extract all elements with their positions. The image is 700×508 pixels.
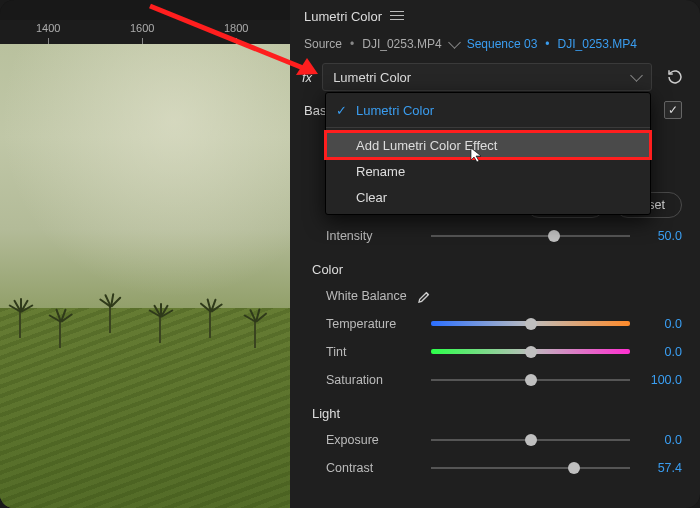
subsection-color[interactable]: Color [304,256,682,282]
reset-effect-button[interactable] [662,64,688,90]
bullet-icon: • [350,37,354,51]
app-root: 1400 1600 1800 Lumetri Color Source • DJ… [0,0,700,508]
source-row: Source • DJI_0253.MP4 Sequence 03 • DJI_… [290,32,700,56]
menu-item-add-lumetri[interactable]: Add Lumetri Color Effect [326,132,650,158]
eyedropper-icon[interactable] [417,288,433,304]
saturation-slider[interactable] [431,371,630,389]
temperature-label: Temperature [326,317,421,331]
menu-separator [326,127,650,128]
effect-select[interactable]: Lumetri Color [322,63,652,91]
saturation-row: Saturation 100.0 [304,366,682,394]
exposure-row: Exposure 0.0 [304,426,682,454]
effect-select-row: fx Lumetri Color [290,62,700,92]
contrast-slider[interactable] [431,459,630,477]
menu-item-rename[interactable]: Rename [326,158,650,184]
exposure-slider[interactable] [431,431,630,449]
svg-line-0 [150,6,308,70]
menu-item-lumetri-color[interactable]: Lumetri Color [326,97,650,123]
intensity-row: Intensity 50.0 [304,222,682,250]
saturation-label: Saturation [326,373,421,387]
tint-label: Tint [326,345,421,359]
white-balance-row: White Balance [304,282,682,310]
intensity-label: Intensity [326,229,421,243]
subsection-label: Light [312,406,340,421]
tint-value[interactable]: 0.0 [640,345,682,359]
section-toggle-checkbox[interactable]: ✓ [664,101,682,119]
menu-item-label: Clear [356,190,387,205]
chevron-down-icon[interactable] [448,36,461,49]
intensity-slider[interactable] [431,227,630,245]
sequence-link[interactable]: Sequence 03 [467,37,538,51]
cursor-icon [470,147,486,166]
temperature-row: Temperature 0.0 [304,310,682,338]
menu-item-label: Rename [356,164,405,179]
menu-item-label: Lumetri Color [356,103,434,118]
hamburger-icon[interactable] [390,11,404,21]
contrast-label: Contrast [326,461,421,475]
contrast-value[interactable]: 57.4 [640,461,682,475]
temperature-slider[interactable] [431,315,630,333]
panel-header: Lumetri Color [290,0,700,32]
contrast-row: Contrast 57.4 [304,454,682,482]
subsection-label: Color [312,262,343,277]
chevron-down-icon [630,69,643,82]
effect-dropdown-menu: Lumetri Color Add Lumetri Color Effect R… [325,92,651,215]
saturation-value[interactable]: 100.0 [640,373,682,387]
source-clip[interactable]: DJI_0253.MP4 [362,37,441,51]
preview-image [0,44,290,508]
intensity-value[interactable]: 50.0 [640,229,682,243]
subsection-light[interactable]: Light [304,400,682,426]
sequence-clip-link[interactable]: DJI_0253.MP4 [558,37,637,51]
menu-item-clear[interactable]: Clear [326,184,650,210]
annotation-arrow [140,0,330,91]
temperature-value[interactable]: 0.0 [640,317,682,331]
lumetri-panel: Lumetri Color Source • DJI_0253.MP4 Sequ… [290,0,700,508]
tint-slider[interactable] [431,343,630,361]
effect-select-value: Lumetri Color [333,70,411,85]
bullet-icon: • [545,37,549,51]
white-balance-label: White Balance [326,289,407,303]
ruler-tick: 1400 [36,22,60,34]
exposure-value[interactable]: 0.0 [640,433,682,447]
tint-row: Tint 0.0 [304,338,682,366]
exposure-label: Exposure [326,433,421,447]
